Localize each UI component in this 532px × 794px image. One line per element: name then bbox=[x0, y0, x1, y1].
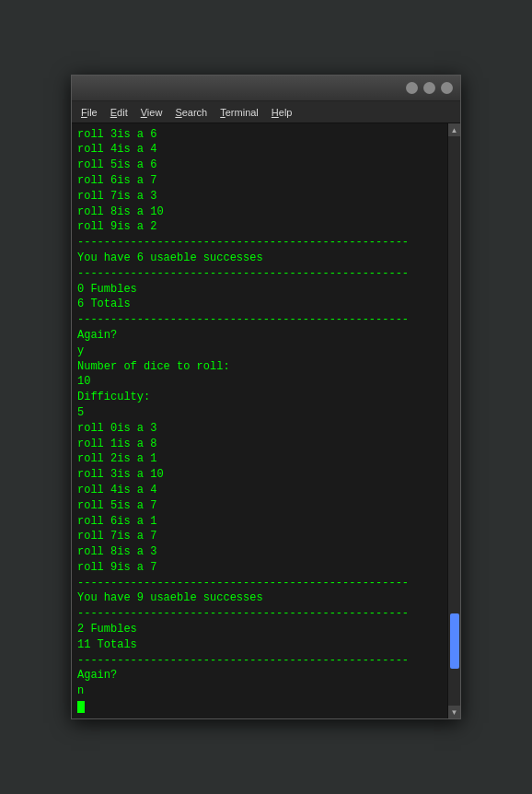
terminal-cursor bbox=[77, 701, 85, 713]
terminal-line: ----------------------------------------… bbox=[77, 606, 442, 622]
terminal-line: roll 4is a 4 bbox=[77, 142, 442, 158]
close-button[interactable] bbox=[406, 82, 418, 94]
terminal-line: roll 1is a 8 bbox=[77, 437, 442, 452]
terminal-line: roll 0is a 3 bbox=[77, 421, 442, 437]
terminal-line: 0 Fumbles bbox=[77, 282, 442, 298]
scroll-thumb[interactable] bbox=[450, 613, 459, 669]
scroll-up-button[interactable]: ▲ bbox=[448, 123, 461, 136]
menu-view[interactable]: View bbox=[135, 105, 168, 120]
terminal-line: roll 7is a 3 bbox=[77, 189, 442, 204]
title-bar bbox=[72, 76, 460, 101]
terminal-line: 5 bbox=[77, 405, 442, 421]
menu-terminal[interactable]: Terminal bbox=[214, 105, 264, 120]
terminal-line: ----------------------------------------… bbox=[77, 235, 442, 251]
terminal-line: y bbox=[77, 344, 442, 359]
maximize-button[interactable] bbox=[441, 82, 453, 94]
terminal-line: Again? bbox=[77, 328, 442, 344]
terminal-line: Number of dice to roll: bbox=[77, 359, 442, 375]
menu-bar: File Edit View Search Terminal Help bbox=[72, 101, 460, 123]
terminal-body: Number of dice to roll:10Difficulty:5rol… bbox=[72, 123, 460, 718]
terminal-line: ----------------------------------------… bbox=[77, 266, 442, 282]
terminal-line: n bbox=[77, 683, 442, 699]
terminal-window: File Edit View Search Terminal Help Numb… bbox=[71, 75, 461, 719]
scroll-down-button[interactable]: ▼ bbox=[448, 706, 461, 718]
terminal-line: roll 9is a 7 bbox=[77, 560, 442, 576]
terminal-cursor-line bbox=[77, 699, 442, 715]
terminal-line: roll 7is a 7 bbox=[77, 529, 442, 544]
scroll-track bbox=[448, 136, 461, 706]
scrollbar: ▲ ▼ bbox=[447, 123, 460, 718]
terminal-line: roll 5is a 7 bbox=[77, 498, 442, 514]
terminal-line: roll 8is a 10 bbox=[77, 204, 442, 220]
terminal-line: roll 6is a 1 bbox=[77, 514, 442, 530]
terminal-line: ----------------------------------------… bbox=[77, 312, 442, 328]
terminal-line: roll 4is a 4 bbox=[77, 483, 442, 498]
menu-help[interactable]: Help bbox=[266, 105, 298, 120]
terminal-line: roll 3is a 6 bbox=[77, 127, 442, 143]
minimize-button[interactable] bbox=[423, 82, 435, 94]
terminal-line: roll 8is a 3 bbox=[77, 544, 442, 560]
terminal-line: roll 6is a 7 bbox=[77, 173, 442, 189]
terminal-line: You have 9 usaeble successes bbox=[77, 590, 442, 606]
terminal-line: roll 5is a 6 bbox=[77, 158, 442, 173]
terminal-line: roll 3is a 10 bbox=[77, 467, 442, 483]
terminal-line: 10 bbox=[77, 374, 442, 390]
terminal-line: 11 Totals bbox=[77, 637, 442, 653]
terminal-line: You have 6 usaeble successes bbox=[77, 251, 442, 266]
terminal-line: 6 Totals bbox=[77, 297, 442, 312]
terminal-line: 2 Fumbles bbox=[77, 622, 442, 637]
menu-search[interactable]: Search bbox=[169, 105, 213, 120]
terminal-line: Again? bbox=[77, 668, 442, 683]
terminal-output[interactable]: Number of dice to roll:10Difficulty:5rol… bbox=[72, 123, 447, 718]
terminal-line: ----------------------------------------… bbox=[77, 576, 442, 591]
terminal-line: roll 9is a 2 bbox=[77, 219, 442, 235]
terminal-line: Difficulty: bbox=[77, 390, 442, 405]
menu-file[interactable]: File bbox=[75, 105, 103, 120]
terminal-line: roll 2is a 1 bbox=[77, 451, 442, 467]
window-controls bbox=[406, 82, 453, 94]
terminal-line: ----------------------------------------… bbox=[77, 653, 442, 669]
menu-edit[interactable]: Edit bbox=[105, 105, 133, 120]
